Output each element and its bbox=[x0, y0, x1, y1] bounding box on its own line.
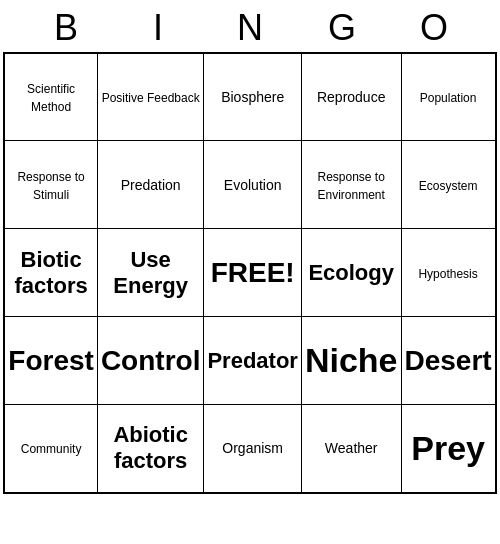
cell-label: Population bbox=[420, 91, 477, 105]
bingo-cell: Desert bbox=[401, 317, 496, 405]
bingo-cell: Community bbox=[4, 405, 97, 493]
cell-label: Prey bbox=[411, 429, 485, 467]
cell-label: Predation bbox=[121, 177, 181, 193]
bingo-cell: Biotic factors bbox=[4, 229, 97, 317]
bingo-cell: Prey bbox=[401, 405, 496, 493]
cell-label: Response to Stimuli bbox=[17, 170, 84, 202]
header-letter: I bbox=[112, 8, 204, 48]
cell-label: Reproduce bbox=[317, 89, 386, 105]
bingo-cell: Evolution bbox=[204, 141, 301, 229]
bingo-cell: Response to Environment bbox=[301, 141, 401, 229]
bingo-cell: Predation bbox=[97, 141, 204, 229]
table-row: Biotic factorsUse EnergyFREE!EcologyHypo… bbox=[4, 229, 495, 317]
bingo-cell: Positive Feedback bbox=[97, 53, 204, 141]
header-letter: N bbox=[204, 8, 296, 48]
bingo-cell: Predator bbox=[204, 317, 301, 405]
cell-label: Ecology bbox=[308, 260, 394, 285]
cell-label: Use Energy bbox=[113, 247, 188, 298]
bingo-cell: Abiotic factors bbox=[97, 405, 204, 493]
cell-label: FREE! bbox=[211, 257, 295, 288]
bingo-cell: Reproduce bbox=[301, 53, 401, 141]
bingo-cell: Control bbox=[97, 317, 204, 405]
cell-label: Organism bbox=[222, 440, 283, 456]
bingo-header: BINGO bbox=[20, 8, 480, 48]
bingo-cell: Weather bbox=[301, 405, 401, 493]
bingo-cell: Niche bbox=[301, 317, 401, 405]
header-letter: G bbox=[296, 8, 388, 48]
cell-label: Scientific Method bbox=[27, 82, 75, 114]
cell-label: Desert bbox=[405, 345, 492, 376]
bingo-cell: Ecology bbox=[301, 229, 401, 317]
cell-label: Abiotic factors bbox=[113, 422, 188, 473]
bingo-cell: Biosphere bbox=[204, 53, 301, 141]
cell-label: Community bbox=[21, 442, 82, 456]
table-row: Response to StimuliPredationEvolutionRes… bbox=[4, 141, 495, 229]
table-row: Scientific MethodPositive FeedbackBiosph… bbox=[4, 53, 495, 141]
header-letter: B bbox=[20, 8, 112, 48]
bingo-cell: Population bbox=[401, 53, 496, 141]
bingo-cell: Response to Stimuli bbox=[4, 141, 97, 229]
header-letter: O bbox=[388, 8, 480, 48]
cell-label: Biotic factors bbox=[14, 247, 87, 298]
cell-label: Evolution bbox=[224, 177, 282, 193]
bingo-cell: Use Energy bbox=[97, 229, 204, 317]
cell-label: Positive Feedback bbox=[102, 91, 200, 105]
bingo-cell: Hypothesis bbox=[401, 229, 496, 317]
bingo-grid: Scientific MethodPositive FeedbackBiosph… bbox=[3, 52, 496, 494]
cell-label: Niche bbox=[305, 341, 398, 379]
table-row: CommunityAbiotic factorsOrganismWeatherP… bbox=[4, 405, 495, 493]
bingo-cell: Ecosystem bbox=[401, 141, 496, 229]
bingo-cell: FREE! bbox=[204, 229, 301, 317]
cell-label: Forest bbox=[8, 345, 94, 376]
cell-label: Biosphere bbox=[221, 89, 284, 105]
bingo-cell: Forest bbox=[4, 317, 97, 405]
cell-label: Control bbox=[101, 345, 201, 376]
cell-label: Response to Environment bbox=[318, 170, 385, 202]
bingo-cell: Scientific Method bbox=[4, 53, 97, 141]
table-row: ForestControlPredatorNicheDesert bbox=[4, 317, 495, 405]
bingo-cell: Organism bbox=[204, 405, 301, 493]
cell-label: Predator bbox=[207, 348, 297, 373]
cell-label: Hypothesis bbox=[418, 267, 477, 281]
cell-label: Ecosystem bbox=[419, 179, 478, 193]
cell-label: Weather bbox=[325, 440, 378, 456]
